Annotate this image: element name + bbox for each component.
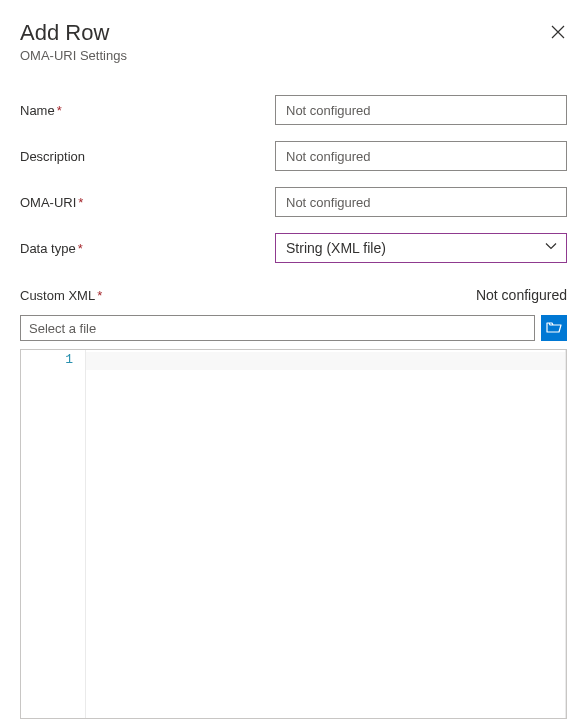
description-input[interactable]: [275, 141, 567, 171]
datatype-label: Data type*: [20, 241, 275, 256]
xml-editor[interactable]: 1: [20, 349, 567, 719]
description-label: Description: [20, 149, 275, 164]
editor-gutter: 1: [21, 350, 85, 718]
omauri-label: OMA-URI*: [20, 195, 275, 210]
required-indicator: *: [78, 195, 83, 210]
file-path-input[interactable]: [20, 315, 535, 341]
browse-file-button[interactable]: [541, 315, 567, 341]
custom-xml-label: Custom XML*: [20, 288, 102, 303]
dialog-subtitle: OMA-URI Settings: [20, 48, 567, 63]
required-indicator: *: [78, 241, 83, 256]
omauri-input[interactable]: [275, 187, 567, 217]
datatype-select[interactable]: String (XML file): [275, 233, 567, 263]
close-button[interactable]: [549, 24, 567, 42]
folder-open-icon: [546, 320, 562, 337]
editor-content[interactable]: [85, 350, 566, 718]
name-input[interactable]: [275, 95, 567, 125]
name-label: Name*: [20, 103, 275, 118]
required-indicator: *: [97, 288, 102, 303]
close-icon: [551, 25, 565, 42]
required-indicator: *: [57, 103, 62, 118]
line-number: 1: [21, 352, 73, 367]
custom-xml-status: Not configured: [476, 287, 567, 303]
dialog-title: Add Row: [20, 20, 109, 46]
